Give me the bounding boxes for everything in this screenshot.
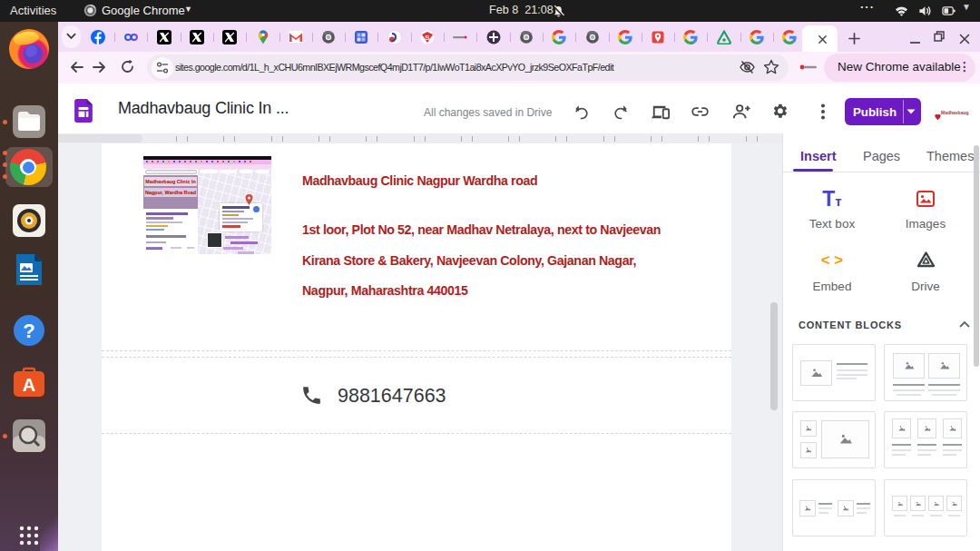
svg-text:S: S	[425, 33, 430, 41]
svg-text:?: ?	[23, 320, 34, 342]
svg-text:A: A	[23, 375, 35, 395]
